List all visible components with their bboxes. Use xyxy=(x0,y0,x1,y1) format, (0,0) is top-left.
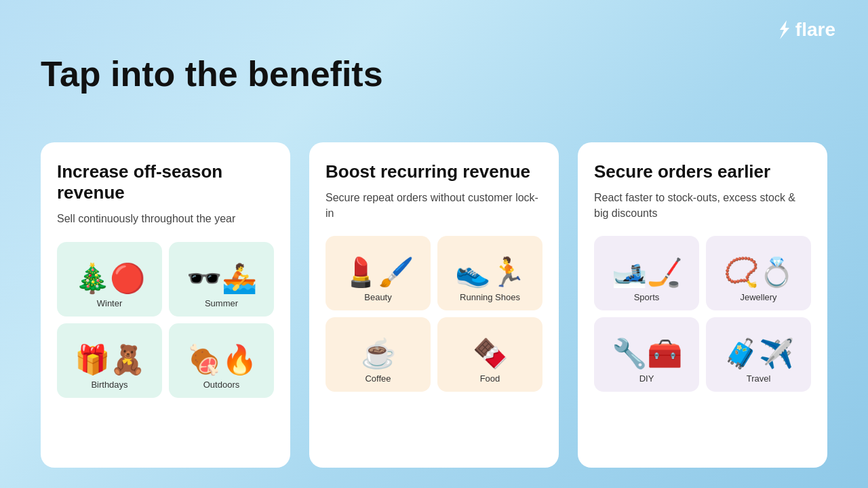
icon-cell-1-3: 🍖🔥 Outdoors xyxy=(169,323,274,398)
icon-label-2-1: Running Shoes xyxy=(460,292,520,302)
logo: flare xyxy=(778,19,835,41)
icon-label-3-3: Travel xyxy=(747,373,771,384)
icon-grid-2: 💄🖌️ Beauty 👟🏃 Running Shoes ☕ Coffee xyxy=(326,236,542,392)
icon-label-2-2: Coffee xyxy=(365,373,391,384)
icon-cell-2-3: 🍫 Food xyxy=(437,317,542,392)
icon-label-3-0: Sports xyxy=(634,292,660,302)
icon-label-1-1: Summer xyxy=(205,298,238,308)
icon-label-1-3: Outdoors xyxy=(203,380,239,390)
icon-grid-1: 🎄🔴 Winter 🕶️🚣 Summer 🎁🧸 Birthdays xyxy=(57,242,274,398)
icon-cell-3-0: 🎿🏒 Sports xyxy=(594,236,699,310)
icon-grid-3: 🎿🏒 Sports 📿💍 Jewellery 🔧🧰 DIY xyxy=(594,236,811,392)
icon-label-2-0: Beauty xyxy=(364,292,391,302)
card-subtitle-1: Sell continuously throughout the year xyxy=(57,211,274,226)
icon-label-3-1: Jewellery xyxy=(740,292,776,302)
icon-label-1-2: Birthdays xyxy=(91,380,127,390)
card-1: Increase off-season revenue Sell continu… xyxy=(41,142,290,468)
card-subtitle-3: React faster to stock-outs, excess stock… xyxy=(594,190,811,221)
icon-emoji-3-2: 🔧🧰 xyxy=(612,340,682,368)
card-2: Boost recurring revenue Secure repeat or… xyxy=(309,142,559,468)
icon-emoji-3-1: 📿💍 xyxy=(724,258,794,287)
icon-emoji-2-3: 🍫 xyxy=(473,340,508,368)
icon-emoji-1-3: 🍖🔥 xyxy=(186,346,257,374)
logo-text: flare xyxy=(795,19,835,41)
cards-container: Increase off-season revenue Sell continu… xyxy=(41,142,827,468)
icon-cell-2-1: 👟🏃 Running Shoes xyxy=(437,236,542,310)
icon-cell-3-2: 🔧🧰 DIY xyxy=(594,317,699,392)
icon-emoji-1-2: 🎁🧸 xyxy=(75,346,145,374)
icon-cell-1-1: 🕶️🚣 Summer xyxy=(169,242,274,317)
icon-cell-2-0: 💄🖌️ Beauty xyxy=(326,236,431,310)
icon-cell-1-2: 🎁🧸 Birthdays xyxy=(57,323,162,398)
icon-label-2-3: Food xyxy=(480,373,500,384)
icon-emoji-2-2: ☕ xyxy=(361,340,396,368)
icon-cell-1-0: 🎄🔴 Winter xyxy=(57,242,162,317)
card-subtitle-2: Secure repeat orders without customer lo… xyxy=(326,190,542,221)
logo-icon xyxy=(778,20,791,39)
icon-emoji-1-0: 🎄🔴 xyxy=(75,264,145,293)
card-title-3: Secure orders earlier xyxy=(594,161,811,182)
icon-emoji-2-1: 👟🏃 xyxy=(455,258,526,287)
icon-emoji-2-0: 💄🖌️ xyxy=(343,258,414,287)
icon-emoji-3-0: 🎿🏒 xyxy=(612,258,682,287)
icon-cell-3-3: 🧳✈️ Travel xyxy=(706,317,811,392)
card-3: Secure orders earlier React faster to st… xyxy=(578,142,827,468)
page-heading: Tap into the benefits xyxy=(41,54,383,95)
icon-emoji-1-1: 🕶️🚣 xyxy=(186,264,257,293)
icon-cell-3-1: 📿💍 Jewellery xyxy=(706,236,811,310)
card-title-2: Boost recurring revenue xyxy=(326,161,542,182)
icon-label-3-2: DIY xyxy=(639,373,654,384)
icon-label-1-0: Winter xyxy=(97,298,123,308)
icon-emoji-3-3: 🧳✈️ xyxy=(724,340,794,368)
card-title-1: Increase off-season revenue xyxy=(57,161,274,203)
icon-cell-2-2: ☕ Coffee xyxy=(326,317,431,392)
